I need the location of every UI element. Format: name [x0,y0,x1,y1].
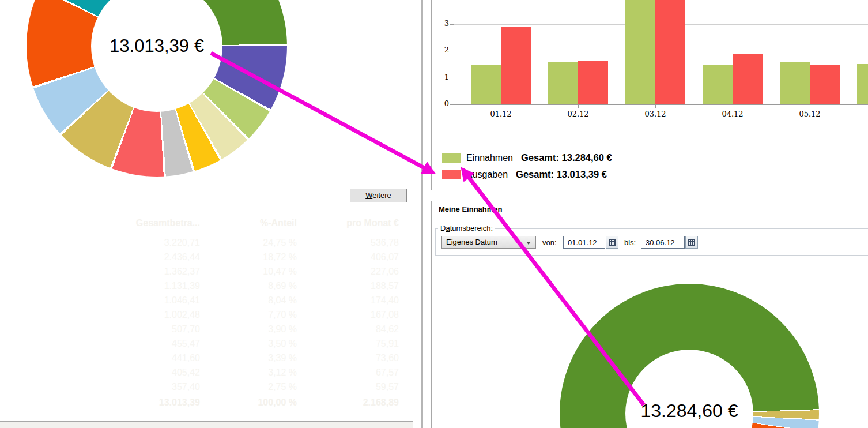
faint-cell: 167,08 [297,310,399,320]
calendar-icon [688,239,695,246]
x-tick [810,105,810,108]
faint-cell: 507,70 [86,324,200,335]
faint-cell: 84,62 [297,324,399,335]
bis-date-input[interactable] [641,236,685,249]
faint-cell: 1.362,37 [86,266,200,277]
faint-cell: 1.131,39 [86,281,200,291]
faint-cell: %-Anteil [201,218,297,228]
faint-cell: 18,72 % [201,252,297,262]
chevron-down-icon [526,242,531,245]
daterange-label-rest: tumsbereich: [450,224,493,232]
faint-cell: 455,47 [86,339,200,349]
ausgaben-bar-02.12 [578,61,608,104]
von-date-input[interactable] [563,236,605,249]
faint-cell: 3.220,71 [86,238,200,248]
date-preset-dropdown[interactable]: Eigenes Datum [441,236,536,249]
faint-cell: 10,47 % [201,266,297,277]
einnahmen-bar-04.12 [703,65,733,104]
faint-cell: 3,90 % [201,324,297,335]
ausgaben-legend-label: Ausgaben [466,170,508,180]
faint-cell: 3,39 % [201,353,297,363]
weitere-button-label: eitere [372,191,391,200]
faint-cell: 174,40 [297,295,399,306]
income-donut-chart: 13.284,60 € [560,284,819,428]
x-tick [578,105,579,108]
faint-cell: Gesamtbetra... [86,218,200,228]
faint-cell: 100,00 % [201,397,297,408]
expenses-donut-chart: 13.013,39 € [27,0,287,177]
y-tick-label: 3 [434,19,449,28]
faint-cell: 441,60 [86,353,200,363]
faint-cell: 8,69 % [201,281,297,291]
einnahmen-bar-01.12 [471,65,501,104]
faint-cell: 75,91 [297,339,399,349]
faint-cell: 1.002,48 [86,310,200,320]
faint-cell: 13.013,39 [86,397,200,408]
income-panel-top-border [431,201,868,201]
bis-calendar-button[interactable] [685,236,698,249]
calendar-icon [609,239,616,246]
einnahmen-bar-02.12 [548,62,578,104]
einnahmen-total: Gesamt: 13.284,60 € [521,152,612,163]
faint-cell: 2.168,89 [297,397,399,408]
ausgaben-total: Gesamt: 13.013,39 € [516,169,607,180]
y-axis [454,0,454,105]
einnahmen-swatch [442,153,461,163]
weitere-button[interactable]: Weitere [350,189,407,202]
y-tick [450,51,454,51]
von-calendar-button[interactable] [606,236,618,249]
faint-cell: 406,07 [297,252,399,262]
x-tick-label: 02.12 [561,110,595,118]
daterange-label-pre: D [440,224,446,232]
x-tick-label: 05.12 [792,110,827,118]
left-panel-right-border [413,0,413,422]
y-tick [450,24,454,25]
faint-cell: 7,70 % [201,310,297,320]
status-strip [0,422,413,428]
faint-cell: 67,57 [297,367,399,378]
faint-cell: 2,75 % [201,382,297,392]
income-panel-title: Meine Einnahmen [439,205,503,213]
ausgaben-bar-03.12 [655,0,685,104]
faint-cell: 227,06 [297,266,399,277]
faint-cell: 2.436,44 [86,252,200,262]
bis-label: bis: [624,238,636,247]
y-tick [450,78,454,78]
x-axis [454,104,868,105]
faint-cell: 357,40 [86,382,200,392]
ausgaben-bar-04.12 [733,54,763,104]
faint-cell: 8,04 % [201,295,297,306]
daterange-label-accel: a [446,224,450,232]
faint-cell: 3,12 % [201,367,297,378]
income-panel-left-border [431,201,432,428]
faint-cell: 536,78 [297,238,399,248]
legend-row-einnahmen: Einnahmen Gesamt: 13.284,60 € [442,152,612,163]
faint-cell: 59,57 [297,382,399,392]
von-label: von: [542,238,557,247]
faint-cell: 1.046,41 [86,295,200,306]
ausgaben-bar-01.12 [501,27,531,104]
einnahmen-bar-05.12 [780,62,810,104]
x-tick [501,105,501,108]
panel-splitter[interactable] [421,0,423,428]
x-tick-label: 01.12 [484,110,518,118]
legend-row-ausgaben: Ausgaben Gesamt: 13.013,39 € [442,169,607,180]
x-tick-label: 03.12 [638,110,673,118]
einnahmen-bar-06.12 [857,64,868,104]
expenses-total-label: 13.013,39 € [110,36,204,57]
x-tick-label: 04.12 [715,110,750,118]
faint-cell: 405,42 [86,367,200,378]
income-total-label: 13.284,60 € [640,400,738,422]
faint-cell: pro Monat € [297,218,399,228]
daterange-label: Datumsbereich: [438,224,495,232]
x-tick [655,105,656,108]
y-tick [450,104,454,105]
einnahmen-legend-label: Einnahmen [466,153,513,163]
flows-panel-bottom-border [431,190,868,190]
faint-cell: 188,57 [297,281,399,291]
date-preset-value: Eigenes Datum [446,238,497,246]
y-tick-label: 0 [434,99,449,108]
dashboard: 13.013,39 € Gesamtbetra...%-Anteilpro Mo… [0,0,868,428]
y-tick-label: 1 [434,73,449,81]
faint-cell: 3,50 % [201,339,297,349]
